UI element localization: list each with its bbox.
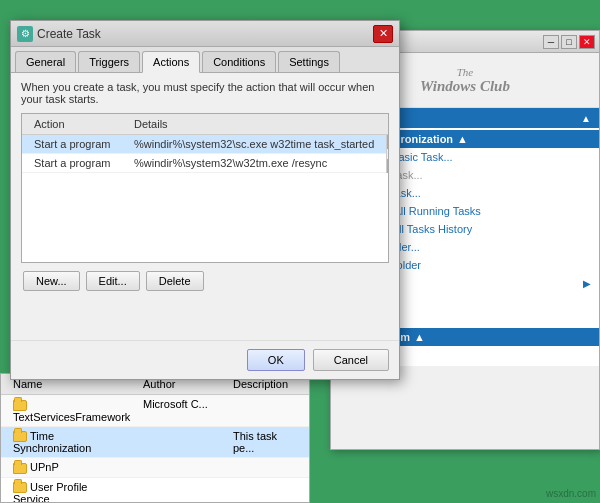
table-buttons: New... Edit... Delete bbox=[23, 271, 389, 291]
dialog-close-btn[interactable]: ✕ bbox=[373, 25, 393, 43]
task-name-2: Time Synchronization bbox=[5, 429, 135, 456]
col-action-header: Action bbox=[26, 116, 126, 132]
tab-settings[interactable]: Settings bbox=[278, 51, 340, 72]
action-cell-2: Start a program bbox=[26, 156, 126, 170]
table-scrollbar: ▲ ▼ bbox=[386, 135, 389, 173]
dialog-body: When you create a task, you must specify… bbox=[11, 73, 399, 299]
col-details-header: Details bbox=[126, 116, 384, 132]
dialog-title-area: ⚙ Create Task bbox=[17, 26, 101, 42]
time-sync-chevron: ▲ bbox=[457, 133, 468, 145]
dialog-tabs: General Triggers Actions Conditions Sett… bbox=[11, 47, 399, 73]
bg-minimize-btn[interactable]: ─ bbox=[543, 35, 559, 49]
task-desc-4 bbox=[225, 480, 305, 503]
task-row-2[interactable]: Time Synchronization This task pe... bbox=[1, 427, 309, 459]
scroll-up-btn[interactable]: ▲ bbox=[387, 135, 389, 149]
dialog-description: When you create a task, you must specify… bbox=[21, 81, 389, 105]
new-button[interactable]: New... bbox=[23, 271, 80, 291]
task-author-4 bbox=[135, 480, 225, 503]
table-scroll-area: Start a program %windir%\system32\sc.exe… bbox=[22, 135, 388, 173]
details-cell-2: %windir%\system32\w32tm.exe /resync bbox=[126, 156, 382, 170]
task-list-rows: TextServicesFramework Microsoft C... Tim… bbox=[1, 395, 309, 503]
task-name-1: TextServicesFramework bbox=[5, 397, 135, 424]
tab-general[interactable]: General bbox=[15, 51, 76, 72]
task-list-background: Name Author Description TextServicesFram… bbox=[0, 373, 310, 503]
scroll-down-btn[interactable]: ▼ bbox=[387, 159, 389, 173]
table-row-1[interactable]: Start a program %windir%\system32\sc.exe… bbox=[22, 135, 386, 154]
delete-button[interactable]: Delete bbox=[146, 271, 204, 291]
actions-table: Action Details Start a program %windir%\… bbox=[21, 113, 389, 263]
dialog-footer: OK Cancel bbox=[11, 340, 399, 379]
dialog-app-icon: ⚙ bbox=[17, 26, 33, 42]
table-row-2[interactable]: Start a program %windir%\system32\w32tm.… bbox=[22, 154, 386, 173]
branding-the: The bbox=[457, 66, 474, 78]
bg-close-btn[interactable]: ✕ bbox=[579, 35, 595, 49]
task-author-1: Microsoft C... bbox=[135, 397, 225, 424]
folder-icon-3 bbox=[13, 463, 27, 474]
edit-button[interactable]: Edit... bbox=[86, 271, 140, 291]
tab-conditions[interactable]: Conditions bbox=[202, 51, 276, 72]
tab-actions[interactable]: Actions bbox=[142, 51, 200, 73]
watermark: wsxdn.com bbox=[546, 488, 596, 499]
task-name-3: UPnP bbox=[5, 460, 135, 475]
tab-triggers[interactable]: Triggers bbox=[78, 51, 140, 72]
cancel-button[interactable]: Cancel bbox=[313, 349, 389, 371]
ok-button[interactable]: OK bbox=[247, 349, 305, 371]
task-name-4: User Profile Service bbox=[5, 480, 135, 503]
task-row-3[interactable]: UPnP bbox=[1, 458, 309, 478]
folder-icon-1 bbox=[13, 400, 27, 411]
task-desc-3 bbox=[225, 460, 305, 475]
dialog-title: Create Task bbox=[37, 27, 101, 41]
actions-chevron-icon: ▲ bbox=[581, 113, 591, 124]
bg-maximize-btn[interactable]: □ bbox=[561, 35, 577, 49]
task-row-1[interactable]: TextServicesFramework Microsoft C... bbox=[1, 395, 309, 427]
dialog-titlebar: ⚙ Create Task ✕ bbox=[11, 21, 399, 47]
task-desc-1 bbox=[225, 397, 305, 424]
folder-icon-4 bbox=[13, 482, 27, 493]
details-cell-1: %windir%\system32\sc.exe w32time task_st… bbox=[126, 137, 382, 151]
folder-icon-2 bbox=[13, 431, 27, 442]
task-author-3 bbox=[135, 460, 225, 475]
task-desc-2: This task pe... bbox=[225, 429, 305, 456]
task-author-2 bbox=[135, 429, 225, 456]
branding-club: Windows Club bbox=[420, 78, 510, 95]
action-cell-1: Start a program bbox=[26, 137, 126, 151]
view-arrow-icon: ▶ bbox=[583, 278, 591, 289]
selected-chevron: ▲ bbox=[414, 331, 425, 343]
table-header: Action Details bbox=[22, 114, 388, 135]
task-row-4[interactable]: User Profile Service bbox=[1, 478, 309, 503]
table-content: Start a program %windir%\system32\sc.exe… bbox=[22, 135, 386, 173]
create-task-dialog: ⚙ Create Task ✕ General Triggers Actions… bbox=[10, 20, 400, 380]
bg-win-controls: ─ □ ✕ bbox=[543, 35, 595, 49]
